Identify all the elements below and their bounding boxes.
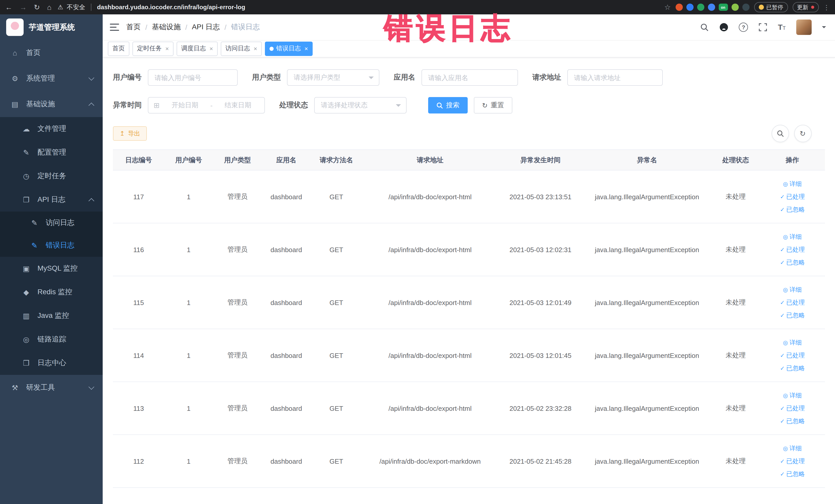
app-name-input[interactable] <box>422 69 518 86</box>
mark-ignored-link[interactable]: ✓已忽略 <box>780 204 805 216</box>
tab-error-log[interactable]: 错误日志 × <box>265 41 313 56</box>
tab-home[interactable]: 首页 <box>108 41 129 56</box>
sidebar-item-home[interactable]: ⌂ 首页 <box>0 40 103 66</box>
sidebar-item-mysql-monitor[interactable]: ▣ MySQL 监控 <box>0 257 103 280</box>
process-status-select[interactable]: 请选择处理状态 <box>314 97 407 114</box>
close-icon[interactable]: × <box>209 45 213 52</box>
sidebar-item-system-management[interactable]: ⚙ 系统管理 <box>0 66 103 92</box>
mark-ignored-link[interactable]: ✓已忽略 <box>780 257 805 268</box>
close-icon[interactable]: × <box>165 45 169 52</box>
sidebar-item-file-management[interactable]: ☁ 文件管理 <box>0 117 103 141</box>
mark-processed-link[interactable]: ✓已处理 <box>780 244 805 256</box>
refresh-button[interactable]: ↻ <box>794 125 811 142</box>
sidebar-item-scheduled-jobs[interactable]: ◷ 定时任务 <box>0 164 103 188</box>
font-size-icon[interactable]: TT <box>778 23 786 32</box>
extension-icon-grid[interactable] <box>708 4 715 11</box>
check-icon: ✓ <box>780 402 785 414</box>
breadcrumb-item[interactable]: 首页 <box>126 23 141 32</box>
mark-ignored-link[interactable]: ✓已忽略 <box>780 362 805 374</box>
fullscreen-icon[interactable] <box>758 23 768 32</box>
detail-link[interactable]: ◎详细 <box>783 178 802 190</box>
forward-icon[interactable]: → <box>20 4 27 11</box>
extension-icon-switch-on[interactable]: on <box>718 4 728 11</box>
export-button[interactable]: ↥ 导出 <box>113 126 147 141</box>
detail-link[interactable]: ◎详细 <box>783 442 802 454</box>
detail-link[interactable]: ◎详细 <box>783 389 802 401</box>
mark-processed-link[interactable]: ✓已处理 <box>780 349 805 361</box>
filter-user-type: 用户类型 请选择用户类型 <box>252 69 380 86</box>
detail-link[interactable]: ◎详细 <box>783 231 802 243</box>
mark-ignored-link[interactable]: ✓已忽略 <box>780 468 805 480</box>
search-icon[interactable] <box>700 23 709 32</box>
sidebar-item-redis-monitor[interactable]: ◆ Redis 监控 <box>0 280 103 304</box>
cloud-icon: ☁ <box>22 125 31 133</box>
extension-icon-green[interactable] <box>697 4 704 11</box>
hide-search-button[interactable] <box>771 125 789 142</box>
close-icon[interactable]: × <box>253 45 257 52</box>
sidebar-item-infrastructure[interactable]: ▤ 基础设施 <box>0 92 103 117</box>
eye-icon: ◎ <box>783 178 788 190</box>
user-type-select[interactable]: 请选择用户类型 <box>287 69 380 86</box>
close-icon[interactable]: × <box>304 45 308 52</box>
sidebar-item-label: 日志中心 <box>38 358 66 368</box>
paused-badge[interactable]: 已暂停 <box>754 2 788 12</box>
sidebar-item-label: 配置管理 <box>38 148 66 157</box>
check-icon: ✓ <box>780 204 785 216</box>
extension-icon-leaf[interactable] <box>731 4 738 11</box>
browser-menu-icon[interactable]: ⋮ <box>823 3 830 11</box>
bookmark-star-icon[interactable]: ☆ <box>664 3 671 11</box>
address-bar[interactable]: ⚠ 不安全 dashboard.yudao.iocoder.cn/infra/l… <box>58 3 659 12</box>
cell-process-status: 未处理 <box>711 435 760 488</box>
chevron-down-icon <box>369 76 374 81</box>
tab-access-log[interactable]: 访问日志 × <box>221 41 262 56</box>
user-avatar[interactable] <box>796 20 811 35</box>
detail-link[interactable]: ◎详细 <box>783 337 802 348</box>
cell-user-type: 管理员 <box>213 170 262 223</box>
eye-icon: ◎ <box>783 284 788 296</box>
sidebar-item-log-center[interactable]: ❒ 日志中心 <box>0 351 103 375</box>
detail-link[interactable]: ◎详细 <box>783 284 802 296</box>
mark-processed-link[interactable]: ✓已处理 <box>780 455 805 467</box>
export-button-label: 导出 <box>128 129 140 138</box>
security-warning-icon: ⚠ <box>58 4 63 11</box>
sidebar-item-config-management[interactable]: ✎ 配置管理 <box>0 141 103 164</box>
help-icon[interactable]: ? <box>739 23 748 32</box>
search-button[interactable]: 搜索 <box>428 97 468 114</box>
sidebar-toggle-icon[interactable] <box>110 24 119 31</box>
reset-button-label: 重置 <box>491 101 504 110</box>
sidebar-item-java-monitor[interactable]: ▥ Java 监控 <box>0 304 103 328</box>
cell-user-type: 管理员 <box>213 223 262 276</box>
extension-icon-dark[interactable] <box>742 4 749 11</box>
chevron-down-icon <box>88 384 95 390</box>
date-range-picker[interactable]: ⊞ 开始日期 - 结束日期 <box>148 97 265 114</box>
home-icon[interactable]: ⌂ <box>47 4 51 11</box>
github-icon[interactable] <box>719 23 729 32</box>
reset-button[interactable]: ↻ 重置 <box>474 97 512 114</box>
reload-icon[interactable]: ↻ <box>34 4 40 11</box>
update-button[interactable]: 更新 <box>792 2 819 12</box>
sidebar-item-label: Java 监控 <box>38 311 69 320</box>
sidebar-item-dev-tools[interactable]: ⚒ 研发工具 <box>0 375 103 401</box>
mark-ignored-link[interactable]: ✓已忽略 <box>780 309 805 321</box>
extension-icon-orange[interactable] <box>675 4 683 11</box>
filter-process-status: 处理状态 请选择处理状态 <box>279 97 407 114</box>
user-id-input[interactable] <box>148 69 238 86</box>
mark-processed-link[interactable]: ✓已处理 <box>780 402 805 414</box>
breadcrumb-item[interactable]: 基础设施 <box>152 23 181 32</box>
breadcrumb-item[interactable]: API 日志 <box>192 23 220 32</box>
sidebar-item-api-log[interactable]: ❐ API 日志 <box>0 188 103 211</box>
request-url-input[interactable] <box>567 69 663 86</box>
extension-icon-blue[interactable] <box>686 4 693 11</box>
tab-scheduled-jobs[interactable]: 定时任务 × <box>133 41 174 56</box>
sidebar-item-access-log[interactable]: ✎ 访问日志 <box>0 211 103 234</box>
back-icon[interactable]: ← <box>5 4 12 11</box>
mark-ignored-link[interactable]: ✓已忽略 <box>780 415 805 427</box>
tab-schedule-log[interactable]: 调度日志 × <box>177 41 218 56</box>
mark-processed-link[interactable]: ✓已处理 <box>780 297 805 308</box>
mark-processed-link[interactable]: ✓已处理 <box>780 191 805 203</box>
check-icon: ✓ <box>780 455 785 467</box>
sidebar-item-error-log[interactable]: ✎ 错误日志 <box>0 234 103 257</box>
emoji-face-icon <box>758 5 763 10</box>
chevron-down-icon[interactable] <box>822 26 826 30</box>
sidebar-item-trace[interactable]: ◎ 链路追踪 <box>0 328 103 351</box>
